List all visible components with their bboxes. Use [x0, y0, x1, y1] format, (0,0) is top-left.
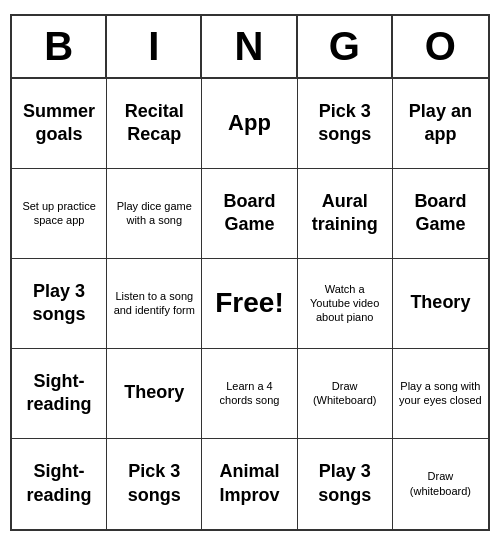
bingo-header: BINGO: [12, 16, 488, 79]
bingo-cell-19: Play a song with your eyes closed: [393, 349, 488, 439]
bingo-letter-i: I: [107, 16, 202, 77]
bingo-cell-0: Summer goals: [12, 79, 107, 169]
bingo-cell-5: Set up practice space app: [12, 169, 107, 259]
bingo-cell-18: Draw (Whiteboard): [298, 349, 393, 439]
bingo-cell-20: Sight-reading: [12, 439, 107, 529]
bingo-letter-g: G: [298, 16, 393, 77]
bingo-cell-14: Theory: [393, 259, 488, 349]
bingo-card: BINGO Summer goalsRecital RecapAppPick 3…: [10, 14, 490, 531]
bingo-cell-7: Board Game: [202, 169, 297, 259]
bingo-cell-3: Pick 3 songs: [298, 79, 393, 169]
bingo-cell-11: Listen to a song and identify form: [107, 259, 202, 349]
bingo-cell-13: Watch a Youtube video about piano: [298, 259, 393, 349]
bingo-letter-o: O: [393, 16, 488, 77]
bingo-cell-8: Aural training: [298, 169, 393, 259]
bingo-cell-24: Draw (whiteboard): [393, 439, 488, 529]
bingo-cell-10: Play 3 songs: [12, 259, 107, 349]
bingo-cell-2: App: [202, 79, 297, 169]
bingo-cell-12: Free!: [202, 259, 297, 349]
bingo-cell-1: Recital Recap: [107, 79, 202, 169]
bingo-cell-22: Animal Improv: [202, 439, 297, 529]
bingo-cell-17: Learn a 4 chords song: [202, 349, 297, 439]
bingo-cell-9: Board Game: [393, 169, 488, 259]
bingo-cell-16: Theory: [107, 349, 202, 439]
bingo-cell-4: Play an app: [393, 79, 488, 169]
bingo-cell-6: Play dice game with a song: [107, 169, 202, 259]
bingo-grid: Summer goalsRecital RecapAppPick 3 songs…: [12, 79, 488, 529]
bingo-cell-23: Play 3 songs: [298, 439, 393, 529]
bingo-cell-21: Pick 3 songs: [107, 439, 202, 529]
bingo-letter-n: N: [202, 16, 297, 77]
bingo-letter-b: B: [12, 16, 107, 77]
bingo-cell-15: Sight-reading: [12, 349, 107, 439]
